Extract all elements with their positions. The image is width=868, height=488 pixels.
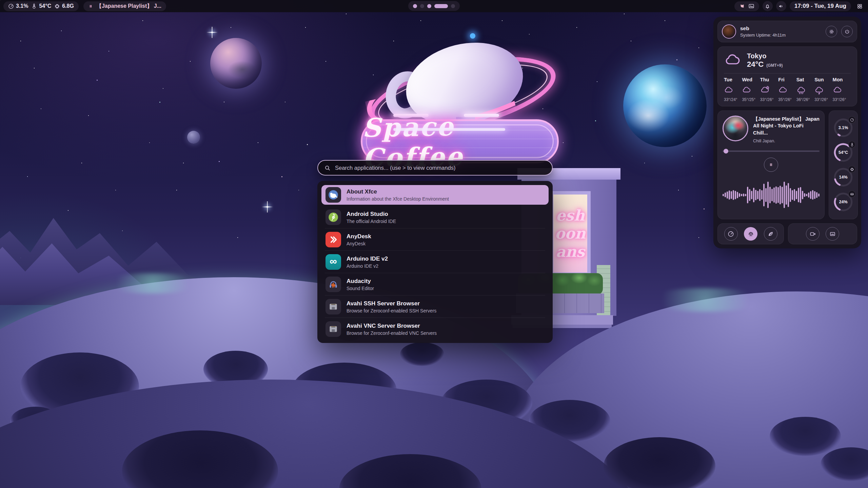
speedometer-icon [848, 116, 855, 123]
temperature-gauge: 54°C [833, 142, 854, 163]
settings-button[interactable] [826, 26, 837, 37]
power-profile-card [717, 223, 784, 244]
app-name: Audacity [347, 278, 374, 285]
seek-slider[interactable] [723, 149, 820, 154]
forecast-day: Wed 35°/25° [742, 77, 760, 102]
disk-gauge: 24% [833, 191, 854, 212]
avatar [722, 24, 736, 39]
gear-icon [829, 29, 834, 35]
disk-icon [848, 190, 855, 198]
app-row-audacity[interactable]: Audacity Sound Editor [321, 274, 549, 294]
crater [770, 417, 841, 456]
seek-knob[interactable] [724, 149, 728, 154]
screenshot-button[interactable] [826, 227, 839, 241]
crater [400, 342, 444, 366]
clock-pill[interactable]: 17:09 - Tue, 19 Aug [790, 1, 851, 11]
weather-icon [814, 85, 824, 95]
speedometer-icon [728, 231, 734, 237]
scales-icon [748, 231, 754, 237]
weather-timezone: (GMT+9) [766, 63, 783, 68]
audio-visualizer [723, 175, 820, 216]
seek-track [723, 150, 820, 152]
app-row-avahi-ssh[interactable]: Avahi SSH Server Browser Browse for Zero… [321, 297, 549, 317]
app-row-avahi-vnc[interactable]: Avahi VNC Server Browser Browse for Zero… [321, 319, 549, 339]
cat-tray-icon[interactable] [739, 3, 745, 9]
audacity-icon [326, 277, 341, 292]
notifications-button[interactable] [763, 1, 773, 11]
weather-icon [796, 85, 806, 95]
forecast-day: Sat 36°/26° [796, 77, 814, 102]
clock-text: 17:09 - Tue, 19 Aug [794, 3, 846, 9]
neon-sign: Space Coffee [361, 119, 559, 163]
window-neon-line: esh [556, 209, 585, 222]
cloud-icon [724, 52, 742, 69]
chip-icon [848, 166, 855, 173]
window-neon-line: ans [556, 245, 585, 259]
app-description: The official Android IDE [347, 219, 396, 224]
weather-temperature: 24°C [747, 60, 764, 69]
workspace-dot-4[interactable] [434, 4, 448, 8]
blue-star [470, 33, 475, 39]
capture-card [788, 223, 857, 244]
search-input[interactable] [335, 165, 546, 171]
weather-icon [833, 85, 842, 95]
forecast-day: Thu 33°/26° [760, 77, 778, 102]
power-button[interactable] [841, 26, 853, 37]
search-icon [324, 165, 331, 171]
forecast-day: Sun 33°/26° [814, 77, 832, 102]
small-moon [187, 131, 200, 144]
system-tray [734, 1, 759, 11]
weather-icon [724, 85, 733, 95]
workspace-dot-1[interactable] [413, 4, 417, 8]
forecast-day: Fri 35°/26° [778, 77, 796, 102]
album-art [723, 116, 748, 141]
workspace-dot-3[interactable] [427, 4, 431, 8]
media-pill[interactable]: 【Japanese Playlist】 J... [83, 1, 166, 11]
app-name: Avahi SSH Server Browser [347, 300, 436, 307]
top-bar-right: 17:09 - Tue, 19 Aug [734, 1, 865, 11]
screen-record-button[interactable] [806, 227, 820, 241]
wallpaper-tray-icon[interactable] [748, 3, 754, 9]
media-pill-title: 【Japanese Playlist】 J... [96, 3, 161, 10]
app-name: AnyDesk [347, 233, 371, 240]
infinity-glyph: ∞ [330, 256, 337, 266]
app-row-android-studio[interactable]: Android Studio The official Android IDE [321, 207, 549, 227]
performance-mode-button[interactable] [724, 227, 738, 241]
balanced-mode-button[interactable] [744, 227, 757, 241]
search-results: About Xfce Information about the Xfce De… [317, 181, 553, 343]
app-grid-button[interactable] [854, 1, 865, 11]
android-studio-icon [326, 209, 341, 225]
play-pause-button[interactable] [764, 158, 778, 172]
workspace-dot-5[interactable] [451, 4, 455, 8]
chip-icon [54, 3, 60, 9]
horizon-glow [644, 288, 766, 312]
thermometer-icon [31, 3, 37, 9]
avahi-network-icon [326, 299, 341, 314]
xfce-logo-icon [326, 187, 341, 203]
power-icon [844, 29, 850, 35]
workspace-indicator [408, 1, 460, 11]
pause-icon [88, 4, 93, 9]
cpu-gauge: 3.1% [833, 117, 854, 138]
app-launcher: About Xfce Information about the Xfce De… [317, 160, 553, 343]
cpu-stat: 3.1% [8, 3, 28, 9]
top-bar: 3.1% 54°C 6.8G 【Japanese Playlist】 J... [0, 0, 868, 12]
app-row-about-xfce[interactable]: About Xfce Information about the Xfce De… [321, 185, 549, 205]
earth-planet [623, 64, 707, 147]
anydesk-icon [326, 232, 341, 247]
bright-star [267, 206, 268, 208]
app-description: Browse for Zeroconf-enabled SSH Servers [347, 308, 436, 313]
volume-button[interactable] [776, 1, 786, 11]
workspace-dot-2[interactable] [420, 4, 424, 8]
powersave-mode-button[interactable] [764, 227, 777, 241]
weather-icon [760, 85, 770, 95]
forecast-day: Tue 33°/24° [724, 77, 742, 102]
avahi-network-icon [326, 321, 341, 337]
track-artist: Chill Japan. [753, 139, 820, 143]
app-row-anydesk[interactable]: AnyDesk AnyDesk [321, 230, 549, 249]
app-row-arduino[interactable]: ∞ Arduino IDE v2 Arduino IDE v2 [321, 252, 549, 272]
forecast-day: Mon 33°/26° [833, 77, 851, 102]
purple-planet [210, 38, 262, 89]
search-bar [317, 160, 553, 176]
app-name: Android Studio [347, 210, 396, 218]
